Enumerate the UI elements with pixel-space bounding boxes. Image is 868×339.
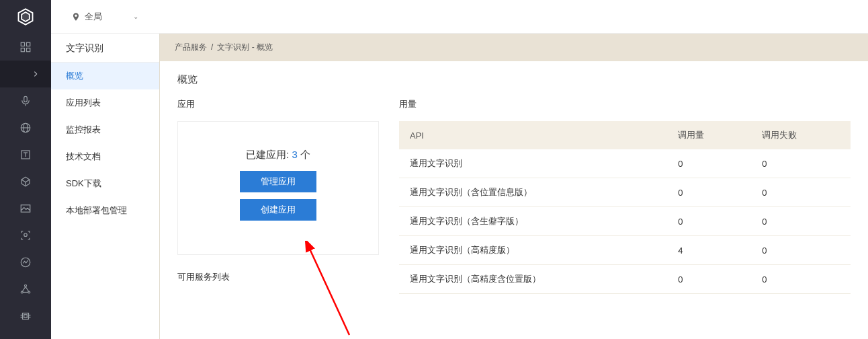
svg-rect-26 xyxy=(24,315,28,318)
cube-icon[interactable] xyxy=(0,168,51,195)
app-count-suffix: 个 xyxy=(300,149,310,160)
cell-calls: 0 xyxy=(667,265,751,294)
col-calls: 调用量 xyxy=(667,121,751,149)
logo-icon[interactable] xyxy=(0,0,51,34)
panel: 概览 应用 已建应用: 3 个 管理应用 创建应用 可用服务列表 xyxy=(160,61,868,339)
svg-rect-25 xyxy=(23,313,29,319)
chevron-down-icon: ⌄ xyxy=(133,13,138,20)
svg-point-20 xyxy=(21,291,23,293)
svg-rect-5 xyxy=(27,48,30,52)
cell-api: 通用文字识别（含位置信息版） xyxy=(399,178,667,207)
cell-calls: 4 xyxy=(667,236,751,265)
svg-marker-1 xyxy=(21,12,30,22)
sidebar-title: 文字识别 xyxy=(51,34,159,63)
table-header-row: API 调用量 调用失败 xyxy=(399,121,851,149)
breadcrumb: 产品服务 / 文字识别 - 概览 xyxy=(160,34,868,61)
cell-fail: 0 xyxy=(751,207,851,236)
sidebar-item-monitor[interactable]: 监控报表 xyxy=(51,116,159,143)
cell-calls: 0 xyxy=(667,207,751,236)
app-count-prefix: 已建应用: xyxy=(246,149,289,160)
page-title: 概览 xyxy=(177,73,851,86)
topbar: 全局 ⌄ xyxy=(51,0,868,34)
svg-point-19 xyxy=(25,285,27,287)
app-section-title: 应用 xyxy=(177,98,379,110)
table-row: 通用文字识别（含生僻字版）00 xyxy=(399,207,851,236)
sidebar-item-sdk[interactable]: SDK下载 xyxy=(51,170,159,197)
face-scan-icon[interactable] xyxy=(0,222,51,249)
scope-selector[interactable]: 全局 ⌄ xyxy=(71,11,138,23)
analytics-icon[interactable] xyxy=(0,249,51,276)
col-fail: 调用失败 xyxy=(751,121,851,149)
svg-line-22 xyxy=(23,287,26,291)
table-row: 通用文字识别（高精度含位置版）00 xyxy=(399,265,851,294)
svg-point-21 xyxy=(28,291,30,293)
mic-icon[interactable] xyxy=(0,87,51,114)
image-icon[interactable] xyxy=(0,195,51,222)
crumb-sep: / xyxy=(211,42,213,52)
app-box: 已建应用: 3 个 管理应用 创建应用 xyxy=(177,121,379,255)
sidebar: 文字识别 概览 应用列表 监控报表 技术文档 SDK下载 本地部署包管理 xyxy=(51,34,160,339)
cell-api: 通用文字识别（高精度版） xyxy=(399,236,667,265)
svg-rect-6 xyxy=(24,96,28,102)
usage-section-title: 用量 xyxy=(399,98,851,110)
grid-icon[interactable] xyxy=(0,34,51,61)
chip-icon[interactable] xyxy=(0,303,51,330)
svg-rect-2 xyxy=(21,42,24,46)
table-row: 通用文字识别00 xyxy=(399,149,851,178)
icon-rail xyxy=(0,0,51,339)
cell-api: 通用文字识别（高精度含位置版） xyxy=(399,265,667,294)
usage-table: API 调用量 调用失败 通用文字识别00 通用文字识别（含位置信息版）00 通… xyxy=(399,121,851,294)
text-icon[interactable] xyxy=(0,141,51,168)
cell-api: 通用文字识别（含生僻字版） xyxy=(399,207,667,236)
svg-rect-4 xyxy=(21,48,24,52)
cell-fail: 0 xyxy=(751,149,851,178)
svg-point-17 xyxy=(24,233,28,237)
table-row: 通用文字识别（含位置信息版）00 xyxy=(399,178,851,207)
cell-fail: 0 xyxy=(751,236,851,265)
scope-label: 全局 xyxy=(85,11,102,23)
location-icon xyxy=(71,12,81,22)
services-section-title: 可用服务列表 xyxy=(177,271,379,283)
globe-icon[interactable] xyxy=(0,114,51,141)
crumb-current: 文字识别 - 概览 xyxy=(217,42,273,53)
sidebar-item-docs[interactable]: 技术文档 xyxy=(51,143,159,170)
cell-fail: 0 xyxy=(751,265,851,294)
cell-calls: 0 xyxy=(667,149,751,178)
crumb-products[interactable]: 产品服务 xyxy=(175,42,207,53)
svg-line-23 xyxy=(26,287,29,291)
manage-app-button[interactable]: 管理应用 xyxy=(240,171,316,192)
cell-calls: 0 xyxy=(667,178,751,207)
app-count-number: 3 xyxy=(292,149,297,160)
cell-api: 通用文字识别 xyxy=(399,149,667,178)
chevron-right-icon[interactable] xyxy=(0,61,51,87)
app-count: 已建应用: 3 个 xyxy=(185,149,372,161)
cell-fail: 0 xyxy=(751,178,851,207)
svg-rect-3 xyxy=(27,42,30,46)
sidebar-item-deploy[interactable]: 本地部署包管理 xyxy=(51,197,159,224)
sidebar-item-app-list[interactable]: 应用列表 xyxy=(51,89,159,116)
col-api: API xyxy=(399,121,667,149)
create-app-button[interactable]: 创建应用 xyxy=(240,199,316,221)
main-content: 产品服务 / 文字识别 - 概览 概览 应用 已建应用: 3 个 管理应用 创建… xyxy=(160,34,868,339)
sidebar-item-overview[interactable]: 概览 xyxy=(51,63,159,89)
network-icon[interactable] xyxy=(0,276,51,303)
table-row: 通用文字识别（高精度版）40 xyxy=(399,236,851,265)
